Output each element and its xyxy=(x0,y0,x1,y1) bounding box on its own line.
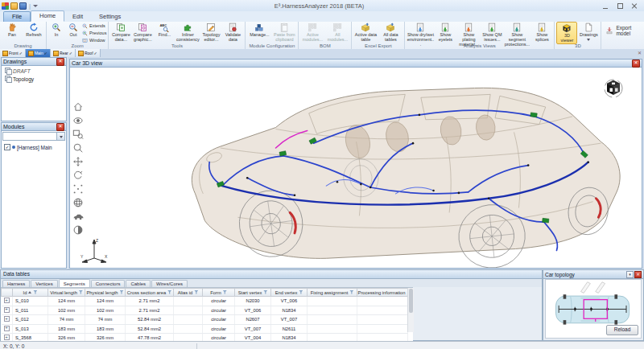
drawings-button[interactable]: Drawings xyxy=(578,22,599,41)
pan-tool-icon[interactable] xyxy=(72,156,84,167)
car-topology-title: Car topology xyxy=(545,272,575,277)
zoom-window-tool-icon[interactable] xyxy=(72,129,84,140)
compare-graphic-button[interactable]: Compare graphic... xyxy=(132,22,153,43)
module-tab-main[interactable]: Main ✓ xyxy=(26,49,51,57)
module-item-harness-main[interactable]: ✓ [Harness] Main xyxy=(2,142,66,150)
filter-icon[interactable] xyxy=(120,290,124,294)
orientation-cube[interactable] xyxy=(601,76,625,100)
reload-button[interactable]: Reload xyxy=(606,325,638,335)
pan-button[interactable]: Pan xyxy=(2,22,23,38)
topology-editor-button[interactable]: Topology editor... xyxy=(200,22,221,43)
filter-icon[interactable] xyxy=(167,290,171,294)
zoom-previous-icon xyxy=(82,31,88,36)
table-vertical-scrollbar[interactable] xyxy=(407,288,414,332)
group-label-drawing: Drawing xyxy=(2,43,44,49)
modules-filter-combobox[interactable] xyxy=(2,132,65,141)
active-data-table-button[interactable]: Active data table xyxy=(353,22,378,43)
inliner-consistency-button[interactable]: Inliner consistency xyxy=(175,22,200,43)
paste-from-clipboard-button[interactable]: Paste from clipboard xyxy=(272,22,296,43)
all-data-tables-button[interactable]: All data tables xyxy=(378,22,402,43)
module-icon xyxy=(53,51,59,56)
all-modules-button[interactable]: All modules... xyxy=(325,22,349,43)
tab-segments[interactable]: Segments xyxy=(59,279,90,287)
active-modules-button[interactable]: Active modules... xyxy=(300,22,324,43)
show-splices-button[interactable]: Show splices xyxy=(531,22,552,43)
filter-icon[interactable] xyxy=(223,290,227,294)
fit-selection-icon[interactable] xyxy=(72,183,84,195)
tab-home[interactable]: Home xyxy=(31,10,64,22)
zoom-extends-button[interactable]: Extends xyxy=(82,23,106,29)
shading-toggle-icon[interactable] xyxy=(72,224,84,236)
orbit-globe-icon[interactable] xyxy=(72,197,84,208)
table-row[interactable]: S_010124 mm124 mm2.71 mm2circularN2030VT… xyxy=(2,297,408,306)
module-checkbox[interactable]: ✓ xyxy=(4,144,10,150)
car-3d-model[interactable] xyxy=(114,69,638,269)
find-button[interactable]: Find... xyxy=(154,22,175,38)
modules-panel-title: Modules xyxy=(3,124,24,129)
validate-data-button[interactable]: Validate data xyxy=(222,22,243,43)
row-expand-icon[interactable] xyxy=(4,307,10,313)
filter-icon[interactable] xyxy=(349,290,353,294)
eye-view-icon[interactable] xyxy=(72,115,84,126)
zoom-in-button[interactable]: In xyxy=(48,22,64,38)
table-row[interactable]: S_01274 mm74 mm52.84 mm2circularN2607VT_… xyxy=(2,315,408,325)
export-model-button[interactable]: Export model xyxy=(603,24,642,37)
ribbon-group-3d: 3D viewer Drawings 3D xyxy=(555,22,601,49)
tab-edit[interactable]: Edit xyxy=(64,12,91,22)
tab-file[interactable]: File xyxy=(3,11,31,22)
topology-close-icon[interactable]: ✕ xyxy=(634,271,642,278)
module-tab-rear[interactable]: Rear ✓ xyxy=(51,49,76,57)
row-expand-icon[interactable] xyxy=(4,335,10,340)
maximize-button[interactable] xyxy=(615,2,625,10)
show-eyelets-button[interactable]: Show eyelets xyxy=(435,22,456,43)
drawings-panel-title: Drawings xyxy=(3,59,27,64)
filter-icon[interactable] xyxy=(194,290,198,294)
tab-cables[interactable]: Cables xyxy=(126,280,151,287)
open-icon[interactable] xyxy=(10,2,18,10)
manage-button[interactable]: Manage... xyxy=(247,22,271,38)
car-topology-canvas[interactable]: Reload xyxy=(545,279,642,339)
filter-icon[interactable] xyxy=(33,290,37,294)
tab-connectors[interactable]: Connectors xyxy=(91,280,126,287)
zoom-tool-icon[interactable] xyxy=(72,142,84,154)
tab-vertices[interactable]: Vertices xyxy=(31,280,57,287)
tab-wires-cores[interactable]: Wires/Cores xyxy=(151,280,188,287)
modules-close-icon[interactable]: ✕ xyxy=(56,123,64,131)
car-view-icon[interactable] xyxy=(72,211,84,222)
close-button[interactable] xyxy=(630,2,639,10)
3d-viewer-button[interactable]: 3D viewer xyxy=(556,22,577,44)
drawing-item-draft[interactable]: DRAFT xyxy=(2,66,66,74)
car-topology-panel: Car topology ▾ ✕ xyxy=(543,269,644,341)
filter-icon[interactable] xyxy=(299,290,303,294)
row-expand-icon[interactable] xyxy=(4,298,10,303)
table-row[interactable]: S_011102 mm102 mm2.71 mm2circularVT_006N… xyxy=(2,306,408,315)
show-qm-issues-button[interactable]: Show QM issues... xyxy=(481,22,502,43)
topology-editor-icon xyxy=(206,23,216,32)
view3d-close-icon[interactable]: ✕ xyxy=(632,60,640,68)
tab-harness[interactable]: Harness xyxy=(2,280,30,287)
zoom-previous-button[interactable]: Previous xyxy=(82,30,106,36)
rotate-tool-icon[interactable] xyxy=(72,170,84,181)
module-tab-front[interactable]: Front ✓ xyxy=(0,49,26,57)
filter-icon[interactable] xyxy=(79,290,83,294)
row-expand-icon[interactable] xyxy=(4,316,10,322)
tab-settings[interactable]: Settings xyxy=(91,12,129,22)
combo-dropdown-icon[interactable] xyxy=(56,133,64,140)
pin-icon[interactable]: ▾ xyxy=(626,271,634,278)
table-row[interactable]: S_013183 mm183 mm52.84 mm2circularVT_007… xyxy=(2,324,408,334)
status-bar: X: 0, Y: 0 xyxy=(0,341,644,349)
refresh-button[interactable]: Refresh xyxy=(23,22,44,38)
filter-icon[interactable] xyxy=(263,290,267,294)
drawings-close-icon[interactable]: ✕ xyxy=(56,58,64,66)
module-tab-roof[interactable]: Roof ✓ xyxy=(76,49,101,57)
compare-data-button[interactable]: Compare data... xyxy=(110,22,131,43)
minimize-button[interactable] xyxy=(601,2,610,10)
view3d-canvas[interactable]: Z Y X xyxy=(69,68,642,269)
ribbon-group-excel-export: Active data table All data tables Excel … xyxy=(352,22,405,49)
drawing-item-topology[interactable]: Topology xyxy=(2,74,66,82)
home-view-icon[interactable] xyxy=(72,101,84,113)
strip-close-icon[interactable]: ✕ xyxy=(638,50,642,56)
row-expand-icon[interactable] xyxy=(4,326,10,331)
save-icon[interactable] xyxy=(19,2,27,10)
zoom-out-button[interactable]: Out xyxy=(65,22,81,38)
